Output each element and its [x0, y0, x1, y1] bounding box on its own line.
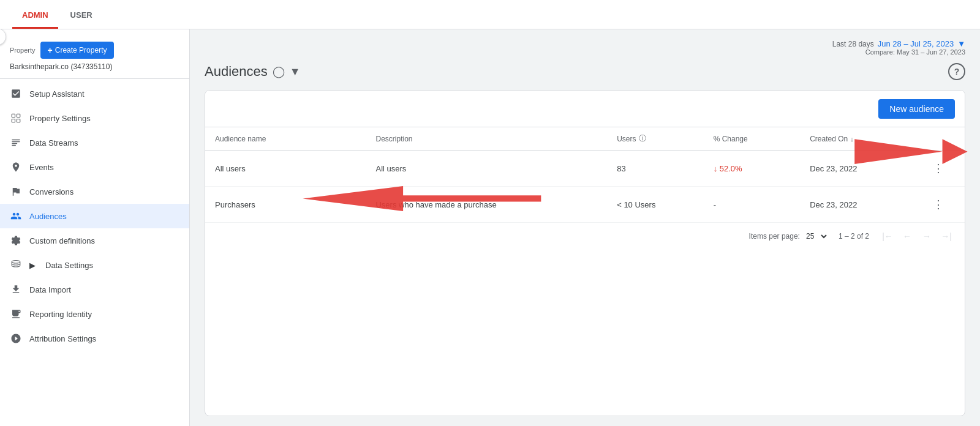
- upload-icon: [10, 283, 22, 296]
- first-page-button[interactable]: |←: [879, 228, 896, 245]
- reporting-icon: [10, 308, 22, 320]
- row2-change: -: [714, 200, 810, 209]
- sidebar-item-data-import[interactable]: Data Import: [0, 277, 189, 302]
- col-header-created: Created On ↓: [810, 133, 930, 144]
- expand-icon: ▶: [29, 261, 36, 270]
- custom-definitions-label: Custom definitions: [29, 236, 95, 245]
- conversions-label: Conversions: [29, 187, 74, 196]
- title-dropdown-icon[interactable]: ▼: [290, 65, 301, 78]
- table-row: Purchasers Users who have made a purchas…: [205, 187, 965, 223]
- date-range: Last 28 days Jun 28 – Jul 25, 2023 ▼ Com…: [205, 39, 965, 56]
- help-icon[interactable]: ?: [948, 63, 965, 80]
- next-page-button[interactable]: →: [918, 228, 935, 245]
- plus-icon: +: [48, 45, 53, 55]
- check-square-icon: [10, 88, 22, 100]
- row1-description: All users: [375, 164, 617, 173]
- col-header-name: Audience name: [215, 133, 375, 144]
- date-range-value[interactable]: Jun 28 – Jul 25, 2023: [878, 39, 954, 48]
- custom-icon: [10, 234, 22, 247]
- sidebar-item-setup-assistant[interactable]: Setup Assistant: [0, 81, 189, 106]
- new-audience-button[interactable]: New audience: [878, 99, 955, 119]
- data-settings-icon: [10, 259, 22, 271]
- row1-name: All users: [215, 164, 375, 173]
- prev-page-button[interactable]: ←: [899, 228, 916, 245]
- date-range-compare: Compare: May 31 – Jun 27, 2023: [865, 48, 965, 56]
- page-title-row: Audiences ◯ ▼: [205, 64, 301, 80]
- page-header: Audiences ◯ ▼ ?: [205, 63, 965, 80]
- row1-change: ↓ 52.0%: [714, 164, 810, 173]
- col-header-change: % Change: [714, 133, 810, 144]
- items-per-page: Items per page: 25 50 100: [749, 231, 829, 241]
- row1-more-button[interactable]: ⋮: [930, 159, 946, 177]
- table-footer: Items per page: 25 50 100 1 – 2 of 2 |← …: [205, 223, 965, 250]
- sidebar-item-attribution-settings[interactable]: Attribution Settings: [0, 326, 189, 351]
- sidebar-item-property-settings[interactable]: Property Settings: [0, 106, 189, 130]
- property-name: Barksinthepark.co (347335110): [0, 61, 189, 76]
- sidebar-item-data-settings[interactable]: ▶ Data Settings: [0, 253, 189, 277]
- sidebar-item-conversions[interactable]: Conversions: [0, 179, 189, 204]
- col-header-description: Description: [375, 133, 617, 144]
- row2-description: Users who have made a purchase: [375, 200, 617, 209]
- date-range-primary: Last 28 days Jun 28 – Jul 25, 2023 ▼: [832, 39, 965, 48]
- svg-rect-0: [12, 114, 15, 117]
- sidebar-item-events[interactable]: Events: [0, 155, 189, 179]
- svg-rect-3: [17, 119, 20, 122]
- row2-created: Dec 23, 2022: [810, 200, 930, 209]
- items-per-page-select[interactable]: 25 50 100: [804, 231, 829, 241]
- main-layout: ← Property + Create Property Barksinthep…: [0, 29, 980, 426]
- pagination-count: 1 – 2 of 2: [839, 232, 869, 241]
- row2-users: < 10 Users: [617, 200, 713, 209]
- attribution-settings-label: Attribution Settings: [29, 334, 96, 343]
- audiences-icon: [10, 210, 22, 222]
- reporting-identity-label: Reporting Identity: [29, 310, 92, 319]
- property-settings-label: Property Settings: [29, 114, 91, 123]
- date-dropdown-icon[interactable]: ▼: [957, 39, 965, 48]
- row1-more[interactable]: ⋮: [930, 159, 955, 177]
- create-property-button[interactable]: + Create Property: [40, 42, 115, 59]
- last-page-button[interactable]: →|: [938, 228, 955, 245]
- attribution-icon: [10, 332, 22, 345]
- table-toolbar: New audience: [205, 91, 965, 127]
- top-tabs-bar: ADMIN USER: [0, 0, 980, 29]
- data-streams-icon: [10, 136, 22, 149]
- sidebar-item-reporting-identity[interactable]: Reporting Identity: [0, 302, 189, 326]
- pagination-buttons: |← ← → →|: [879, 228, 955, 245]
- row2-name: Purchasers: [215, 200, 375, 209]
- data-streams-label: Data Streams: [29, 138, 78, 148]
- row2-more[interactable]: ⋮: [930, 195, 955, 214]
- flag-icon: [10, 185, 22, 198]
- sidebar: ← Property + Create Property Barksinthep…: [0, 29, 190, 426]
- audiences-table-card: New audience Audience name Description U…: [205, 90, 965, 416]
- table-row: All users All users 83 ↓ 52.0% Dec 23, 2…: [205, 151, 965, 187]
- row1-users: 83: [617, 164, 713, 173]
- data-settings-label: Data Settings: [45, 261, 93, 270]
- users-info-icon[interactable]: ⓘ: [639, 133, 646, 144]
- date-range-label: Last 28 days: [832, 40, 874, 48]
- check-circle-icon: ◯: [273, 65, 285, 78]
- settings-icon: [10, 112, 22, 124]
- sidebar-item-data-streams[interactable]: Data Streams: [0, 130, 189, 155]
- svg-rect-1: [17, 114, 20, 117]
- row1-created: Dec 23, 2022: [810, 164, 930, 173]
- setup-assistant-label: Setup Assistant: [29, 89, 85, 99]
- col-header-users: Users ⓘ: [617, 133, 713, 144]
- tab-admin[interactable]: ADMIN: [12, 3, 58, 29]
- audiences-label: Audiences: [29, 212, 67, 221]
- tab-user[interactable]: USER: [61, 3, 102, 29]
- sort-icon[interactable]: ↓: [850, 135, 854, 143]
- property-header: Property + Create Property: [0, 37, 189, 61]
- sidebar-item-custom-definitions[interactable]: Custom definitions: [0, 228, 189, 253]
- col-header-actions: [930, 133, 955, 144]
- data-import-label: Data Import: [29, 285, 71, 294]
- svg-rect-2: [12, 119, 15, 122]
- sidebar-item-audiences[interactable]: Audiences: [0, 204, 189, 228]
- create-property-label: Create Property: [55, 46, 107, 54]
- svg-point-5: [12, 261, 20, 264]
- sidebar-divider: [0, 78, 189, 79]
- content-area: Last 28 days Jun 28 – Jul 25, 2023 ▼ Com…: [190, 29, 980, 426]
- items-per-page-label: Items per page:: [749, 232, 800, 241]
- events-icon: [10, 161, 22, 173]
- property-label: Property: [10, 47, 36, 54]
- events-label: Events: [29, 163, 54, 172]
- row2-more-button[interactable]: ⋮: [930, 195, 946, 214]
